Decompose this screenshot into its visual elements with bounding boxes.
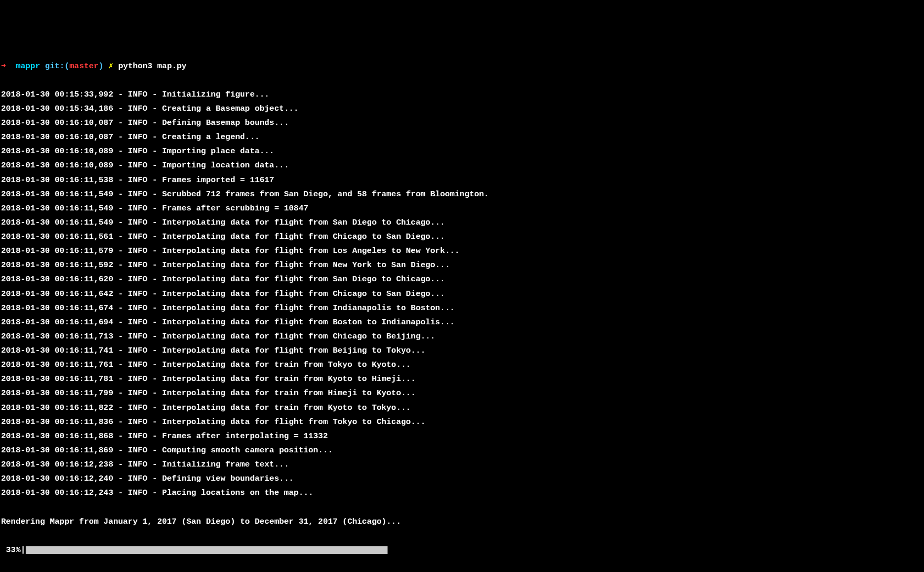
log-line: 2018-01-30 00:16:11,761 - INFO - Interpo…: [1, 358, 923, 372]
log-line: 2018-01-30 00:16:11,741 - INFO - Interpo…: [1, 344, 923, 358]
log-line: 2018-01-30 00:16:10,087 - INFO - Creatin…: [1, 130, 923, 144]
shell-prompt: ➜ mappr git:(master) ✗ python3 map.py: [1, 59, 923, 73]
log-line: 2018-01-30 00:16:10,089 - INFO - Importi…: [1, 158, 923, 173]
log-line: 2018-01-30 00:16:11,674 - INFO - Interpo…: [1, 301, 923, 315]
log-line: 2018-01-30 00:16:11,799 - INFO - Interpo…: [1, 386, 923, 400]
log-line: 2018-01-30 00:16:11,579 - INFO - Interpo…: [1, 244, 923, 258]
render-status-line: Rendering Mappr from January 1, 2017 (Sa…: [1, 515, 923, 529]
log-line: 2018-01-30 00:16:11,868 - INFO - Frames …: [1, 429, 923, 443]
log-line: 2018-01-30 00:16:11,549 - INFO - Interpo…: [1, 216, 923, 230]
dirty-icon: ✗: [109, 59, 113, 73]
log-line: 2018-01-30 00:16:11,822 - INFO - Interpo…: [1, 401, 923, 415]
log-line: 2018-01-30 00:16:11,713 - INFO - Interpo…: [1, 330, 923, 344]
log-line: 2018-01-30 00:16:11,561 - INFO - Interpo…: [1, 230, 923, 244]
log-line: 2018-01-30 00:16:11,781 - INFO - Interpo…: [1, 372, 923, 386]
log-line: 2018-01-30 00:16:11,592 - INFO - Interpo…: [1, 258, 923, 272]
log-line: 2018-01-30 00:16:11,869 - INFO - Computi…: [1, 443, 923, 458]
log-line: 2018-01-30 00:16:11,620 - INFO - Interpo…: [1, 272, 923, 287]
git-label: git:(: [45, 59, 70, 73]
prompt-arrow-icon: ➜: [1, 59, 16, 73]
command-text[interactable]: python3 map.py: [118, 59, 186, 73]
prompt-directory: mappr: [16, 59, 40, 73]
log-line: 2018-01-30 00:15:34,186 - INFO - Creatin…: [1, 102, 923, 116]
log-line: 2018-01-30 00:16:10,089 - INFO - Importi…: [1, 144, 923, 158]
progress-percent: 33%|: [1, 543, 26, 557]
git-branch: master: [69, 59, 99, 73]
log-line: 2018-01-30 00:16:12,243 - INFO - Placing…: [1, 486, 923, 500]
log-line: 2018-01-30 00:16:12,238 - INFO - Initial…: [1, 458, 923, 472]
log-line: 2018-01-30 00:16:11,549 - INFO - Frames …: [1, 202, 923, 216]
log-line: 2018-01-30 00:16:11,549 - INFO - Scrubbe…: [1, 187, 923, 202]
log-output: 2018-01-30 00:15:33,992 - INFO - Initial…: [1, 88, 923, 501]
log-line: 2018-01-30 00:16:11,538 - INFO - Frames …: [1, 173, 923, 187]
log-line: 2018-01-30 00:16:12,240 - INFO - Definin…: [1, 472, 923, 486]
log-line: 2018-01-30 00:16:11,642 - INFO - Interpo…: [1, 287, 923, 301]
progress-bar: 33%|: [1, 543, 923, 557]
progress-bar-fill: [26, 546, 388, 554]
log-line: 2018-01-30 00:16:11,836 - INFO - Interpo…: [1, 415, 923, 429]
git-close-paren: ): [99, 59, 103, 73]
log-line: 2018-01-30 00:15:33,992 - INFO - Initial…: [1, 88, 923, 102]
log-line: 2018-01-30 00:16:10,087 - INFO - Definin…: [1, 116, 923, 130]
log-line: 2018-01-30 00:16:11,694 - INFO - Interpo…: [1, 315, 923, 330]
